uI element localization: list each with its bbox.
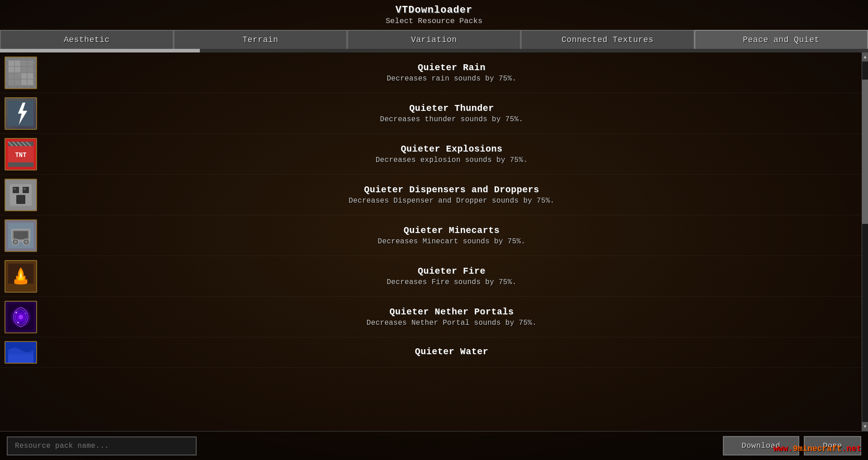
list-item: Quieter Rain Decreases rain sounds by 75… xyxy=(0,52,862,93)
list-item: Quieter Minecarts Decreases Minecart sou… xyxy=(0,215,862,256)
fire-svg xyxy=(8,264,33,289)
pack-icon-rain xyxy=(5,57,37,89)
portal-svg xyxy=(8,304,33,330)
bottom-bar: Download Done xyxy=(0,431,868,460)
pack-text-minecarts: Quieter Minecarts Decreases Minecart sou… xyxy=(46,225,857,246)
svg-rect-28 xyxy=(24,188,26,190)
pack-desc: Decreases Fire sounds by 75%. xyxy=(46,278,857,286)
download-button[interactable]: Download xyxy=(723,436,800,455)
svg-rect-27 xyxy=(14,188,16,190)
pack-text-portals: Quieter Nether Portals Decreases Nether … xyxy=(46,307,857,327)
pack-name: Quieter Rain xyxy=(46,62,857,73)
water-svg xyxy=(8,341,33,364)
pack-desc: Decreases Minecart sounds by 75%. xyxy=(46,237,857,246)
tab-peace-and-quiet[interactable]: Peace and Quiet xyxy=(694,30,868,49)
list-item: Quieter Thunder Decreases thunder sounds… xyxy=(0,93,862,134)
app-subtitle: Select Resource Packs xyxy=(0,17,868,25)
pack-icon-fire xyxy=(5,260,37,293)
scrollbar[interactable]: ▲ ▼ xyxy=(862,52,868,431)
svg-rect-31 xyxy=(14,231,28,239)
pack-name: Quieter Nether Portals xyxy=(46,307,857,317)
pack-icon-thunder xyxy=(5,97,37,130)
minecart-svg xyxy=(8,223,33,248)
app-container: VTDownloader Select Resource Packs Aesth… xyxy=(0,0,868,460)
pack-name: Quieter Fire xyxy=(46,266,857,276)
svg-point-34 xyxy=(14,241,17,243)
pack-text-explosions: Quieter Explosions Decreases explosion s… xyxy=(46,144,857,164)
progress-bar-container xyxy=(0,49,868,52)
scrollbar-down[interactable]: ▼ xyxy=(862,422,868,431)
list-item: TNT Quieter Explosions Decreases explosi… xyxy=(0,134,862,175)
app-title: VTDownloader xyxy=(0,5,868,16)
svg-text:TNT: TNT xyxy=(15,152,26,159)
pack-desc: Decreases explosion sounds by 75%. xyxy=(46,156,857,164)
pack-text-water: Quieter Water xyxy=(46,346,857,359)
pack-name: Quieter Thunder xyxy=(46,103,857,114)
pack-desc: Decreases Dispenser and Dropper sounds b… xyxy=(46,197,857,205)
tab-variation[interactable]: Variation xyxy=(347,30,521,49)
pack-desc: Decreases thunder sounds by 75%. xyxy=(46,115,857,123)
list-item: Quieter Dispensers and Droppers Decrease… xyxy=(0,175,862,215)
pack-name: Quieter Explosions xyxy=(46,144,857,154)
tab-aesthetic[interactable]: Aesthetic xyxy=(0,30,174,49)
svg-rect-24 xyxy=(13,187,19,193)
tab-terrain[interactable]: Terrain xyxy=(174,30,347,49)
progress-bar xyxy=(0,49,200,52)
tab-bar: Aesthetic Terrain Variation Connected Te… xyxy=(0,27,868,49)
svg-point-42 xyxy=(19,315,23,319)
list-item: Quieter Water xyxy=(0,337,862,368)
header: VTDownloader Select Resource Packs xyxy=(0,0,868,27)
pack-icon-portal xyxy=(5,301,37,333)
svg-rect-25 xyxy=(23,187,29,193)
scrollbar-track[interactable] xyxy=(862,62,868,422)
list-item: Quieter Fire Decreases Fire sounds by 75… xyxy=(0,256,862,297)
pack-list[interactable]: Quieter Rain Decreases rain sounds by 75… xyxy=(0,52,862,431)
svg-point-44 xyxy=(25,313,26,314)
pack-text-dispensers: Quieter Dispensers and Droppers Decrease… xyxy=(46,185,857,205)
pack-icon-tnt: TNT xyxy=(5,138,37,171)
scrollbar-thumb xyxy=(862,80,868,224)
rain-svg xyxy=(8,60,33,85)
tnt-svg: TNT xyxy=(8,142,33,167)
svg-point-43 xyxy=(15,312,17,313)
tab-connected-textures[interactable]: Connected Textures xyxy=(521,30,694,49)
done-button[interactable]: Done xyxy=(804,436,861,455)
main-content: Quieter Rain Decreases rain sounds by 75… xyxy=(0,52,868,431)
pack-icon-dispenser xyxy=(5,179,37,211)
thunder-svg xyxy=(8,101,33,126)
list-item: Quieter Nether Portals Decreases Nether … xyxy=(0,297,862,337)
pack-text-fire: Quieter Fire Decreases Fire sounds by 75… xyxy=(46,266,857,286)
pack-desc: Decreases rain sounds by 75%. xyxy=(46,75,857,83)
resource-pack-name-input[interactable] xyxy=(7,436,197,455)
pack-desc: Decreases Nether Portal sounds by 75%. xyxy=(46,319,857,327)
svg-rect-15 xyxy=(8,162,33,167)
pack-name: Quieter Minecarts xyxy=(46,225,857,236)
pack-icon-minecart xyxy=(5,219,37,252)
pack-icon-water xyxy=(5,341,37,364)
svg-point-35 xyxy=(25,241,28,243)
pack-text-thunder: Quieter Thunder Decreases thunder sounds… xyxy=(46,103,857,123)
svg-point-45 xyxy=(17,322,19,323)
bottom-buttons: Download Done xyxy=(723,436,861,455)
pack-text-rain: Quieter Rain Decreases rain sounds by 75… xyxy=(46,62,857,83)
svg-rect-26 xyxy=(16,195,25,204)
pack-name: Quieter Dispensers and Droppers xyxy=(46,185,857,195)
dispenser-svg xyxy=(8,182,33,208)
scrollbar-up[interactable]: ▲ xyxy=(862,52,868,62)
pack-name: Quieter Water xyxy=(46,346,857,357)
